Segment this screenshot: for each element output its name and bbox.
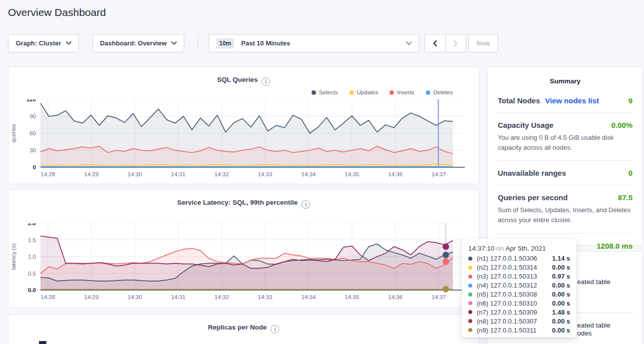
graph-dropdown-label: Graph: Cluster <box>15 39 61 47</box>
legend-item[interactable]: Selects <box>312 89 338 95</box>
info-icon[interactable]: i <box>302 200 310 209</box>
unavailable-ranges-value: 0 <box>629 169 633 177</box>
service-latency-card: Service Latency: SQL, 99th percentilei 2… <box>8 189 479 308</box>
summary-panel: Summary Total Nodes View nodes list 9 Ca… <box>487 66 643 246</box>
svg-text:14:29: 14:29 <box>84 294 99 300</box>
node-latency-value: 1.48 s <box>552 309 570 316</box>
tooltip-node-row: (n3) 127.0.0.1:50313 0.97 s <box>468 272 570 281</box>
legend-label: Deletes <box>433 89 453 95</box>
qps-subtext: Sum of Selects, Updates, Inserts, and De… <box>498 205 633 225</box>
capacity-label: Capacity Usage <box>498 121 554 129</box>
legend-label: Selects <box>319 89 338 95</box>
total-nodes-value: 9 <box>629 96 633 105</box>
svg-text:14:29: 14:29 <box>84 171 99 177</box>
service-latency-chart[interactable]: 2.01.51.00.50.014:2814:2914:3014:3114:32… <box>8 223 465 304</box>
svg-text:0.0: 0.0 <box>28 287 36 293</box>
svg-text:14:30: 14:30 <box>128 294 142 300</box>
dashboard-dropdown[interactable]: Dashboard: Overview <box>92 34 184 52</box>
sql-queries-title: SQL Queriesi <box>8 76 479 86</box>
page-title: Overview Dashboard <box>8 6 106 18</box>
svg-text:60: 60 <box>29 130 36 136</box>
svg-text:90: 90 <box>29 113 36 119</box>
legend-item[interactable]: Inserts <box>389 89 414 95</box>
sql-queries-card: SQL Queriesi Selects Updates Inserts Del… <box>8 66 479 184</box>
graph-dropdown[interactable]: Graph: Cluster <box>8 34 79 52</box>
now-button-label: Now <box>476 39 490 47</box>
qps-label: Queries per second <box>498 193 568 202</box>
info-icon[interactable]: i <box>262 77 270 86</box>
node-address: (n3) 127.0.0.1:50313 <box>477 273 537 280</box>
event-text-fragment: eated table <box>577 278 611 286</box>
svg-text:14:28: 14:28 <box>41 294 55 300</box>
overview-dashboard-page: Overview Dashboard Graph: Cluster Dashbo… <box>0 0 644 344</box>
node-color-dot-icon <box>468 275 472 279</box>
tooltip-node-row: (n2) 127.0.0.1:50314 0.00 s <box>468 263 570 272</box>
node-address: (n7) 127.0.0.1:50309 <box>477 309 537 316</box>
svg-text:queries: queries <box>10 124 16 143</box>
time-range-selector[interactable]: 10m Past 10 Minutes <box>209 34 419 52</box>
chevron-down-icon <box>171 41 177 45</box>
dashboard-dropdown-label: Dashboard: Overview <box>100 39 167 47</box>
node-color-dot-icon <box>468 301 472 305</box>
svg-text:14:35: 14:35 <box>345 294 359 300</box>
tooltip-timestamp: 14:37:10 on Apr 5th, 2021 <box>468 245 570 252</box>
view-nodes-list-link[interactable]: View nodes list <box>545 96 599 105</box>
svg-text:1.0: 1.0 <box>28 254 36 260</box>
node-address: (n4) 127.0.0.1:50312 <box>477 282 537 289</box>
svg-text:14:33: 14:33 <box>258 294 273 300</box>
next-interval-button[interactable] <box>445 34 466 52</box>
svg-text:0: 0 <box>33 164 36 170</box>
tooltip-node-row: (n4) 127.0.0.1:50312 0.00 s <box>468 281 570 290</box>
svg-text:14:36: 14:36 <box>388 294 403 300</box>
node-address: (n5) 127.0.0.1:50308 <box>477 291 537 298</box>
summary-row-unavailable: Unavailable ranges 0 <box>498 161 633 185</box>
chart-hover-tooltip: 14:37:10 on Apr 5th, 2021 (n1) 127.0.0.1… <box>462 239 577 338</box>
tooltip-node-row: (n6) 127.0.0.1:50310 0.00 s <box>468 299 570 308</box>
tooltip-node-row: (n8) 127.0.0.1:50307 0.00 s <box>468 317 570 326</box>
now-button[interactable]: Now <box>468 34 498 52</box>
capacity-value: 0.00% <box>611 121 633 129</box>
node-color-dot-icon <box>468 328 472 332</box>
p99-latency-value: 1208.0 ms <box>597 242 633 250</box>
node-latency-value: 0.00 s <box>552 300 570 307</box>
toolbar-divider <box>198 34 198 52</box>
summary-row-capacity: Capacity Usage 0.00% You are using 0 B o… <box>498 113 633 161</box>
service-latency-title: Service Latency: SQL, 99th percentilei <box>8 199 479 209</box>
series-color-dot-icon <box>426 90 430 95</box>
svg-text:14:32: 14:32 <box>215 171 229 177</box>
svg-text:14:28: 14:28 <box>41 171 55 177</box>
summary-row-qps: Queries per second 87.5 Sum of Selects, … <box>498 185 633 233</box>
node-address: (n6) 127.0.0.1:50310 <box>477 300 537 307</box>
node-color-dot-icon <box>468 319 472 323</box>
node-latency-value: 1.14 s <box>552 255 570 262</box>
replicas-per-node-card: Replicas per Nodei <box>8 314 479 344</box>
sql-queries-chart[interactable]: 120906030014:2814:2914:3014:3114:3214:33… <box>8 99 465 181</box>
node-color-dot-icon <box>468 293 472 297</box>
svg-text:120: 120 <box>26 99 36 102</box>
svg-text:latency (s): latency (s) <box>10 243 16 270</box>
tooltip-node-row: (n1) 127.0.0.1:50306 1.14 s <box>468 254 570 263</box>
replicas-per-node-title: Replicas per Nodei <box>8 324 479 334</box>
tooltip-node-row: (n5) 127.0.0.1:50308 0.00 s <box>468 290 570 299</box>
summary-title: Summary <box>488 67 643 85</box>
sql-queries-legend: Selects Updates Inserts Deletes <box>312 89 453 95</box>
legend-label: Updates <box>357 89 378 95</box>
node-address: (n8) 127.0.0.1:50307 <box>477 318 537 325</box>
time-range-badge: 10m <box>216 38 234 48</box>
info-icon[interactable]: i <box>271 325 279 334</box>
tooltip-node-row: (n9) 127.0.0.1:50311 0.00 s <box>468 326 570 335</box>
svg-text:1.5: 1.5 <box>28 237 36 243</box>
prev-interval-button[interactable] <box>425 34 445 52</box>
svg-text:14:33: 14:33 <box>258 171 273 177</box>
node-color-dot-icon <box>468 266 472 270</box>
legend-item[interactable]: Updates <box>349 89 378 95</box>
capacity-subtext: You are using 0 B of 4.5 GiB usable disk… <box>498 133 633 153</box>
svg-text:14:36: 14:36 <box>388 171 403 177</box>
svg-text:14:34: 14:34 <box>302 294 316 300</box>
node-latency-value: 0.00 s <box>552 282 570 289</box>
qps-value: 87.5 <box>618 193 633 202</box>
svg-text:14:31: 14:31 <box>171 294 186 300</box>
svg-text:0.5: 0.5 <box>28 271 36 277</box>
time-step-buttons <box>424 34 466 52</box>
legend-item[interactable]: Deletes <box>426 89 453 95</box>
